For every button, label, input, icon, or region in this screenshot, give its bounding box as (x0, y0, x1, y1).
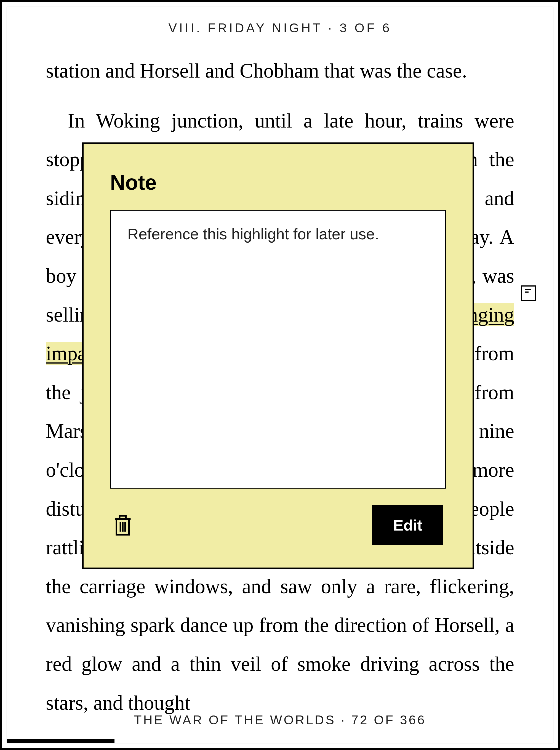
note-actions: Edit (110, 505, 446, 545)
chapter-title: VIII. FRIDAY NIGHT (168, 21, 322, 35)
book-page: 72 OF 366 (351, 713, 426, 727)
progress-fill (7, 739, 115, 743)
note-content[interactable]: Reference this highlight for later use. (110, 210, 446, 489)
footer-sep: · (336, 713, 351, 727)
header-sep: · (323, 21, 339, 35)
note-title: Note (110, 170, 446, 194)
paragraph-continuation: station and Horsell and Chobham that was… (46, 51, 514, 90)
note-margin-icon[interactable] (521, 285, 536, 301)
ereader-screen: VIII. FRIDAY NIGHT · 3 OF 6 station and … (0, 0, 560, 750)
chapter-page: 3 OF 6 (339, 21, 392, 35)
edit-note-button[interactable]: Edit (372, 505, 443, 545)
page-container: VIII. FRIDAY NIGHT · 3 OF 6 station and … (7, 7, 553, 743)
note-popup: Note Reference this highlight for later … (82, 142, 474, 569)
book-footer: THE WAR OF THE WORLDS · 72 OF 366 (7, 712, 553, 727)
book-title: THE WAR OF THE WORLDS (134, 713, 336, 727)
trash-icon (113, 514, 133, 536)
progress-bar[interactable] (7, 739, 553, 743)
svg-rect-5 (120, 516, 126, 519)
chapter-header: VIII. FRIDAY NIGHT · 3 OF 6 (7, 7, 553, 35)
delete-note-button[interactable] (113, 514, 133, 536)
